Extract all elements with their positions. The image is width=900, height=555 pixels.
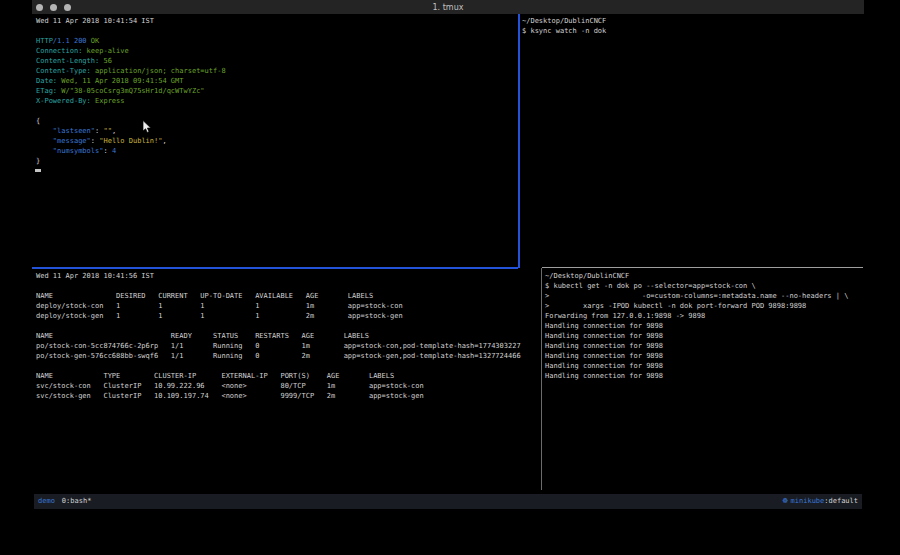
terminal-line: Handling connection for 9898 — [545, 341, 863, 351]
terminal-line: $ kubectl get -n dok po --selector=app=s… — [545, 281, 863, 291]
terminal-line — [36, 281, 543, 291]
status-right: ☸ minikube:default — [782, 494, 862, 509]
terminal-line: NAME TYPE CLUSTER-IP EXTERNAL-IP PORT(S)… — [36, 371, 543, 381]
window-controls — [36, 0, 71, 14]
terminal-line: "message": "Hello Dublin!", — [36, 136, 522, 146]
terminal-line: svc/stock-con ClusterIP 10.99.222.96 <no… — [36, 381, 543, 391]
status-left: demo0:bash* — [34, 494, 91, 509]
terminal-window: 1. tmux Wed 11 Apr 2018 10:41:54 IST HTT… — [32, 0, 864, 512]
terminal-line — [36, 26, 522, 36]
pane-kubectl-get[interactable]: Wed 11 Apr 2018 10:41:56 IST NAME DESIRE… — [32, 269, 543, 479]
terminal-line: Date: Wed, 11 Apr 2018 09:41:54 GMT — [36, 76, 522, 86]
terminal-line: Connection: keep-alive — [36, 46, 522, 56]
terminal-line: Handling connection for 9898 — [545, 321, 863, 331]
kube-namespace: :default — [824, 497, 858, 505]
terminal-line: { — [36, 116, 522, 126]
terminal-line: NAME DESIRED CURRENT UP-TO-DATE AVAILABL… — [36, 291, 543, 301]
window-title: 1. tmux — [433, 3, 464, 12]
kube-context: minikube — [791, 497, 825, 505]
terminal-line — [36, 361, 543, 371]
terminal-line: } — [36, 156, 522, 166]
terminal-line: ~/Desktop/DublinCNCF — [545, 271, 863, 281]
terminal-line: "numsymbols": 4 — [36, 146, 522, 156]
pane-divider-vertical-bottom[interactable] — [541, 268, 542, 490]
terminal-line: HTTP/1.1 200 OK — [36, 36, 522, 46]
terminal-line: svc/stock-gen ClusterIP 10.109.197.74 <n… — [36, 391, 543, 401]
tmux-status-bar: demo0:bash* ☸ minikube:default — [34, 494, 862, 509]
terminal-line: Content-Type: application/json; charset=… — [36, 66, 522, 76]
mouse-pointer — [142, 120, 152, 134]
terminal-line: po/stock-con-5cc874766c-2p6rp 1/1 Runnin… — [36, 341, 543, 351]
terminal-line: > xargs -IPOD kubectl -n dok port-forwar… — [545, 301, 863, 311]
terminal-line: Handling connection for 9898 — [545, 331, 863, 341]
close-button[interactable] — [36, 4, 43, 11]
terminal-line: deploy/stock-con 1 1 1 1 1m app=stock-co… — [36, 301, 543, 311]
terminal-line — [36, 106, 522, 116]
pane-port-forward[interactable]: ~/Desktop/DublinCNCF$ kubectl get -n dok… — [545, 269, 863, 479]
pane-divider-horizontal-left[interactable] — [32, 267, 518, 269]
terminal-line: $ ksync watch -n dok — [522, 26, 862, 36]
terminal-line: > -o=custom-columns=:metadata.name --no-… — [545, 291, 863, 301]
terminal-cursor — [35, 169, 41, 172]
terminal-line: Forwarding from 127.0.0.1:9898 -> 9898 — [545, 311, 863, 321]
session-name: demo — [38, 497, 55, 505]
terminal-line: ETag: W/"38-05coCsrg3mQ75sHr1d/qcWTwYZc" — [36, 86, 522, 96]
terminal-line — [36, 321, 543, 331]
terminal-line: po/stock-gen-576cc688bb-swqf6 1/1 Runnin… — [36, 351, 543, 361]
terminal-line: Handling connection for 9898 — [545, 371, 863, 381]
terminal-line: Handling connection for 9898 — [545, 351, 863, 361]
terminal-line: Wed 11 Apr 2018 10:41:54 IST — [36, 16, 522, 26]
terminal-line: Handling connection for 9898 — [545, 361, 863, 371]
terminal-line: deploy/stock-gen 1 1 1 1 2m app=stock-ge… — [36, 311, 543, 321]
pane-ksync-watch[interactable]: ~/Desktop/DublinCNCF$ ksync watch -n dok — [522, 14, 862, 269]
terminal-line: Content-Length: 56 — [36, 56, 522, 66]
minimize-button[interactable] — [50, 4, 57, 11]
terminal-line: Wed 11 Apr 2018 10:41:56 IST — [36, 271, 543, 281]
terminal-line: X-Powered-By: Express — [36, 96, 522, 106]
terminal-line: ~/Desktop/DublinCNCF — [522, 16, 862, 26]
terminal-line: "lastseen": "", — [36, 126, 522, 136]
kubernetes-icon: ☸ — [782, 497, 791, 505]
pane-divider-horizontal-right[interactable] — [542, 267, 863, 268]
zoom-button[interactable] — [64, 4, 71, 11]
window-tab-bash[interactable]: 0:bash* — [62, 497, 92, 505]
pane-http-response[interactable]: Wed 11 Apr 2018 10:41:54 IST HTTP/1.1 20… — [32, 14, 522, 269]
titlebar: 1. tmux — [32, 0, 864, 14]
terminal-line: NAME READY STATUS RESTARTS AGE LABELS — [36, 331, 543, 341]
pane-divider-vertical-top[interactable] — [518, 14, 520, 268]
